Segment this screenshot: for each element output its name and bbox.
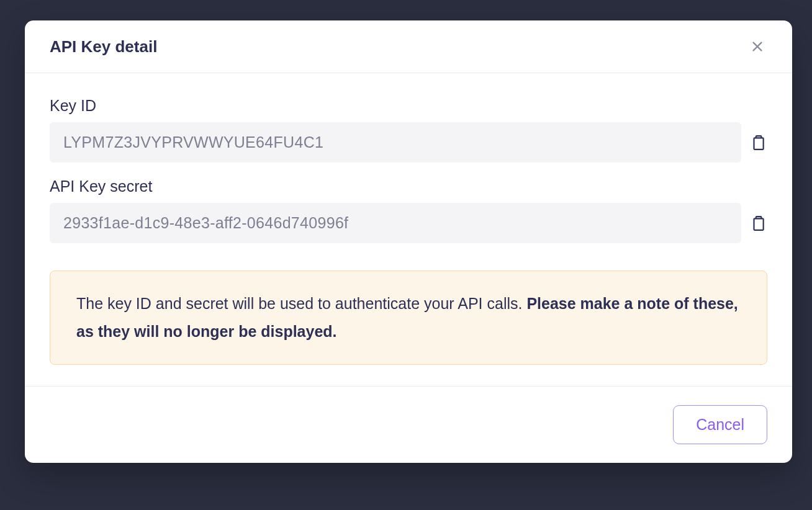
modal-title: API Key detail: [50, 37, 157, 56]
key-id-value: LYPM7Z3JVYPRVWWYUE64FU4C1: [50, 122, 741, 163]
svg-rect-2: [754, 138, 764, 149]
notice-text: The key ID and secret will be used to au…: [76, 295, 526, 312]
copy-api-key-secret-button[interactable]: [749, 214, 767, 233]
copy-key-id-button[interactable]: [749, 133, 767, 152]
close-icon: [751, 40, 764, 53]
modal-footer: Cancel: [25, 386, 792, 463]
key-id-label: Key ID: [50, 97, 767, 115]
svg-rect-3: [754, 218, 764, 230]
clipboard-icon: [750, 215, 766, 231]
api-key-secret-value: 2933f1ae-d1c9-48e3-aff2-0646d740996f: [50, 203, 741, 243]
modal-header: API Key detail: [25, 20, 792, 73]
api-key-secret-group: API Key secret 2933f1ae-d1c9-48e3-aff2-0…: [50, 177, 767, 243]
warning-notice: The key ID and secret will be used to au…: [50, 271, 767, 365]
api-key-detail-modal: API Key detail Key ID LYPM7Z3JVYPRVWWYUE…: [25, 20, 792, 463]
cancel-button[interactable]: Cancel: [673, 405, 767, 444]
close-button[interactable]: [747, 37, 767, 56]
key-id-row: LYPM7Z3JVYPRVWWYUE64FU4C1: [50, 122, 767, 163]
clipboard-icon: [750, 135, 766, 151]
modal-body: Key ID LYPM7Z3JVYPRVWWYUE64FU4C1 API Key…: [25, 73, 792, 386]
api-key-secret-row: 2933f1ae-d1c9-48e3-aff2-0646d740996f: [50, 203, 767, 243]
key-id-group: Key ID LYPM7Z3JVYPRVWWYUE64FU4C1: [50, 97, 767, 163]
api-key-secret-label: API Key secret: [50, 177, 767, 195]
